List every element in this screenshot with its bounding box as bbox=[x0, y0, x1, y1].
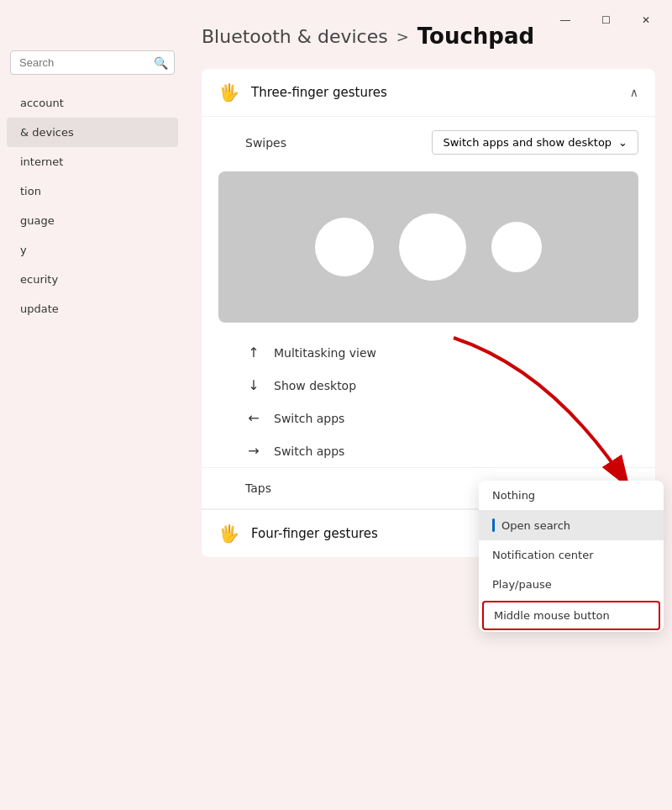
sidebar-item-update[interactable]: update bbox=[7, 294, 178, 323]
arrow-right-icon: → bbox=[245, 443, 262, 459]
gesture-item-switch-apps-right: → Switch apps bbox=[202, 434, 655, 467]
swipes-dropdown-value: Switch apps and show desktop bbox=[443, 136, 612, 149]
dropdown-item-middle-mouse[interactable]: Middle mouse button bbox=[482, 601, 660, 630]
chevron-down-icon: ⌄ bbox=[618, 136, 627, 149]
sidebar-search-container: 🔍 bbox=[10, 50, 175, 75]
sidebar-item-bluetooth[interactable]: & devices bbox=[7, 118, 178, 147]
selected-indicator bbox=[492, 518, 495, 532]
dropdown-item-nothing[interactable]: Nothing bbox=[479, 481, 664, 510]
finger-circle-3 bbox=[491, 222, 542, 272]
swipes-label: Swipes bbox=[245, 136, 286, 150]
sidebar-item-internet[interactable]: internet bbox=[7, 147, 178, 176]
dropdown-middle-mouse-label: Middle mouse button bbox=[494, 609, 610, 622]
dropdown-notification-label: Notification center bbox=[492, 549, 594, 561]
dropdown-open-search-label: Open search bbox=[501, 519, 570, 532]
arrow-down-icon: ↓ bbox=[245, 377, 262, 393]
gesture-item-switch-apps-left: ← Switch apps bbox=[202, 402, 655, 434]
maximize-button[interactable]: ☐ bbox=[586, 7, 625, 34]
swipes-dropdown[interactable]: Switch apps and show desktop ⌄ bbox=[432, 130, 638, 155]
sidebar-item-security[interactable]: ecurity bbox=[7, 265, 178, 294]
dropdown-play-pause-label: Play/pause bbox=[492, 578, 552, 591]
header-parent: Bluetooth & devices bbox=[202, 26, 388, 47]
header-chevron: > bbox=[396, 28, 409, 45]
gesture-item-show-desktop: ↓ Show desktop bbox=[202, 369, 655, 402]
main-content: Bluetooth & devices > Touchpad 🖐 Three-f… bbox=[185, 0, 672, 810]
dropdown-menu: Nothing Open search Notification center … bbox=[479, 481, 664, 632]
minimize-button[interactable]: — bbox=[546, 7, 585, 34]
sidebar-item-tion[interactable]: tion bbox=[7, 176, 178, 206]
chevron-up-icon: ∧ bbox=[630, 86, 638, 99]
sidebar-item-account[interactable]: account bbox=[7, 88, 178, 118]
four-finger-title: Four-finger gestures bbox=[251, 526, 378, 541]
title-bar: — ☐ ✕ bbox=[546, 0, 672, 34]
three-finger-section-header[interactable]: 🖐 Three-finger gestures ∧ bbox=[202, 69, 655, 117]
arrow-up-icon: ↑ bbox=[245, 345, 262, 360]
dropdown-item-open-search[interactable]: Open search bbox=[479, 510, 664, 540]
sidebar: 🔍 account & devices internet tion guage … bbox=[0, 0, 185, 810]
dropdown-item-play-pause[interactable]: Play/pause bbox=[479, 570, 664, 599]
card-container: 🖐 Three-finger gestures ∧ Swipes Switch … bbox=[202, 69, 655, 557]
gesture-label-switch-left: Switch apps bbox=[274, 412, 344, 425]
section-header-left: 🖐 Three-finger gestures bbox=[218, 82, 387, 103]
gesture-item-multitasking: ↑ Multitasking view bbox=[202, 336, 655, 369]
header-current: Touchpad bbox=[417, 24, 534, 49]
three-finger-title: Three-finger gestures bbox=[251, 85, 387, 100]
gesture-illustration bbox=[218, 171, 638, 323]
swipes-row: Swipes Switch apps and show desktop ⌄ bbox=[202, 117, 655, 168]
hand-icon-four: 🖐 bbox=[218, 523, 239, 544]
gesture-label-switch-right: Switch apps bbox=[274, 444, 344, 458]
gesture-label-show-desktop: Show desktop bbox=[274, 379, 356, 392]
finger-circle-1 bbox=[315, 218, 374, 276]
finger-circle-2 bbox=[399, 213, 466, 281]
taps-label: Taps bbox=[245, 481, 271, 495]
dropdown-nothing-label: Nothing bbox=[492, 489, 535, 502]
sidebar-item-guage[interactable]: guage bbox=[7, 206, 178, 235]
arrow-left-icon: ← bbox=[245, 410, 262, 426]
hand-icon: 🖐 bbox=[218, 82, 239, 103]
gesture-label-multitasking: Multitasking view bbox=[274, 346, 376, 360]
search-input[interactable] bbox=[10, 50, 175, 75]
dropdown-item-notification-center[interactable]: Notification center bbox=[479, 540, 664, 570]
search-icon: 🔍 bbox=[154, 56, 168, 70]
close-button[interactable]: ✕ bbox=[627, 7, 665, 34]
sidebar-item-y[interactable]: y bbox=[7, 235, 178, 265]
